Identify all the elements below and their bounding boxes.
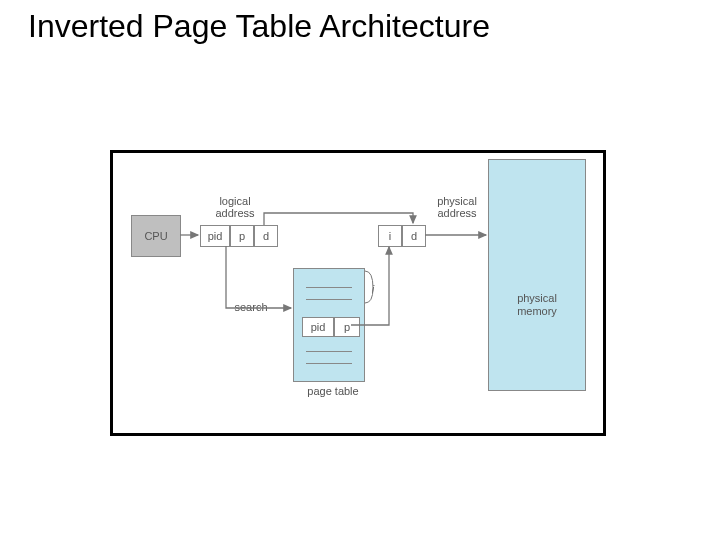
la-p-cell: p bbox=[230, 225, 254, 247]
physical-address-label: physical address bbox=[432, 195, 482, 219]
cpu-box: CPU bbox=[131, 215, 181, 257]
pa-i-cell: i bbox=[378, 225, 402, 247]
physical-address-cells: i d bbox=[378, 225, 426, 247]
logical-address-cells: pid p d bbox=[200, 225, 278, 247]
page-table-label: page table bbox=[303, 385, 363, 397]
page-table-row: pid p bbox=[302, 317, 360, 337]
diagram-frame: CPU logical address pid p d physical add… bbox=[110, 150, 606, 436]
page-table-box: pid p bbox=[293, 268, 365, 382]
i-annotation: i bbox=[368, 283, 378, 295]
page-title: Inverted Page Table Architecture bbox=[0, 0, 720, 45]
logical-address-label: logical address bbox=[210, 195, 260, 219]
pt-p-cell: p bbox=[334, 317, 360, 337]
physical-memory-box: physical memory bbox=[488, 159, 586, 391]
search-label: search bbox=[231, 301, 271, 313]
pt-pid-cell: pid bbox=[302, 317, 334, 337]
pa-d-cell: d bbox=[402, 225, 426, 247]
la-pid-cell: pid bbox=[200, 225, 230, 247]
la-d-cell: d bbox=[254, 225, 278, 247]
